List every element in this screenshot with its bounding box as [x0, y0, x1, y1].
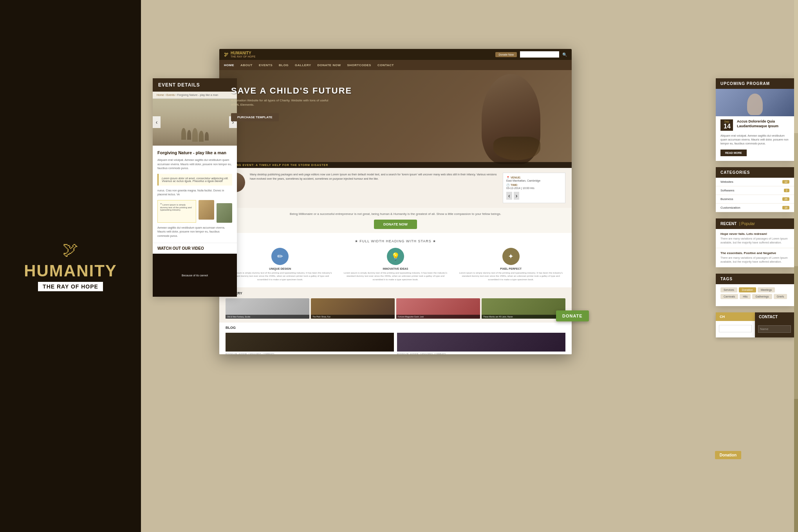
nav-events[interactable]: EVENTS — [259, 63, 273, 67]
gallery-section: GALLERY Old & New Fantasy, Excite The Pi… — [219, 287, 572, 323]
prev-arrow[interactable]: ‹ — [506, 192, 512, 200]
panel-body-text3: Aenean sagittis dui vestibulum quam accu… — [157, 226, 232, 238]
nav-donate[interactable]: DONATE NOW — [318, 63, 341, 67]
gallery-item-2[interactable]: The Pitch Show, Fun — [311, 298, 395, 319]
feature-pixel-perfect: ✦ PIXEL PERFECT Lorem ipsum is simply du… — [456, 248, 565, 281]
tag-hits[interactable]: Hits — [740, 294, 751, 299]
upcoming-event-bar: UPCOMING EVENT: A TIMELY HELP FOR THE ST… — [219, 162, 572, 168]
hero-content: SAVE A CHILD'S FUTURE A Donation Website… — [219, 70, 572, 137]
contact-panel: CONTACT — [755, 312, 794, 337]
side-bar-2 — [794, 133, 798, 266]
contact-name-input[interactable] — [758, 325, 791, 333]
blog-section: BLOG POSTED ON AUTHOR CATEGORIES COMMENT… — [219, 323, 572, 354]
popular-tab[interactable]: | Popular — [739, 222, 755, 226]
person-thumbnail — [199, 200, 214, 220]
donate-floating-button[interactable]: DONATE — [556, 310, 589, 321]
gallery-caption-4: These Monks are 45 Lister, Raisin — [482, 315, 565, 319]
site-logo-bird: 🕊 — [224, 52, 228, 57]
speaker-silhouette — [747, 94, 763, 115]
recent-title-2[interactable]: The essentials. Positive and Negative — [720, 251, 789, 255]
cat-websites[interactable]: Websites 12 — [716, 178, 794, 186]
recent-item-1: Hope never fails. Lets redream! There ar… — [716, 229, 794, 248]
time-value: 03-12-2014 | 10:00 Hrs — [506, 187, 562, 189]
gallery-item-4[interactable]: These Monks are 45 Lister, Raisin — [482, 298, 565, 319]
unique-design-icon: ✏ — [271, 248, 289, 265]
blog-img-1 — [226, 333, 394, 352]
tag-meetings[interactable]: Meetings — [758, 287, 775, 292]
upcoming-event-title: Accus Doloreride Quia Laudantiumeaque Ip… — [737, 119, 789, 128]
tag-gatherings[interactable]: Gatherings — [752, 294, 772, 299]
side-bar-1 — [794, 0, 798, 133]
recent-desc-2: There are many variations of passages of… — [720, 256, 789, 264]
side-accent-bars — [794, 0, 798, 532]
gallery-item-3[interactable]: Fortune Magazine Gosh, Lest — [396, 298, 480, 319]
gallery-item-1[interactable]: Old & New Fantasy, Excite — [226, 298, 309, 319]
donate-now-button[interactable]: DONATE NOW — [374, 220, 417, 229]
panel-quote: Lorem ipsum dolor sit amet, consectetur … — [157, 174, 232, 186]
search-panel-header: CH — [716, 312, 755, 321]
video-thumbnail[interactable]: Because of its cannot — [153, 254, 237, 297]
nav-blog[interactable]: BLOG — [279, 63, 289, 67]
date-day: 14 — [724, 123, 730, 130]
breadcrumb-events[interactable]: Events — [166, 94, 175, 96]
cat-count-business: 26 — [782, 197, 789, 201]
tag-donation[interactable]: Donation — [739, 287, 756, 292]
cat-count-customization: 18 — [782, 206, 789, 209]
next-arrow[interactable]: › — [514, 192, 520, 200]
cat-customization[interactable]: Customization 18 — [716, 204, 794, 212]
tags-header: TAGS — [716, 274, 794, 284]
event-text: Many desktop publishing packages and web… — [250, 173, 498, 181]
main-area: 🕊 HUMANITY THE RAY OF HOPE Donate Now 🔍 … — [141, 0, 798, 532]
event-venue-box: 📍 VENUE: East Manhattan, Cambridge 🕐 TIM… — [503, 173, 565, 203]
gallery-caption-1: Old & New Fantasy, Excite — [226, 315, 309, 319]
nav-about[interactable]: ABOUT — [240, 63, 253, 67]
features-grid: ✏ UNIQUE DESIGN Lorem ipsum is simply du… — [226, 248, 565, 281]
blog-grid: POSTED ON AUTHOR CATEGORIES COMMENTS POS… — [226, 333, 565, 354]
read-more-button[interactable]: READ MORE — [720, 150, 747, 156]
topbar-donate-button[interactable]: Donate Now — [495, 52, 517, 57]
topbar-search-input[interactable] — [520, 51, 559, 58]
breadcrumb-home[interactable]: Home — [157, 94, 164, 96]
donation-tag[interactable]: Donation — [715, 451, 741, 459]
tag-carnivals[interactable]: Carnivals — [720, 294, 738, 299]
video-overlay-text: Because of its cannot — [179, 271, 211, 280]
feature-desc-2: Lorem ipsum is simply dummy text of the … — [341, 271, 450, 281]
topbar-right: Donate Now 🔍 — [495, 51, 567, 58]
nav-contact[interactable]: CONTACT — [377, 63, 394, 67]
blog-img-2 — [397, 333, 565, 352]
gallery-grid: Old & New Fantasy, Excite The Pitch Show… — [226, 298, 565, 319]
contact-input-area — [755, 321, 794, 337]
innovative-ideas-icon: 💡 — [387, 248, 404, 265]
upcoming-img-bg — [716, 89, 794, 116]
purchase-template-button[interactable]: PURCHASE TEMPLATE — [231, 113, 279, 121]
feature-unique-design: ✏ UNIQUE DESIGN Lorem ipsum is simply du… — [226, 248, 335, 281]
site-topbar: 🕊 HUMANITY THE RAY OF HOPE Donate Now 🔍 — [219, 49, 572, 60]
nav-home[interactable]: HOME — [224, 63, 234, 67]
panel-lorem-block: ❝ Lorem ipsum is simply dummy text of th… — [157, 200, 232, 223]
tag-services[interactable]: Services — [720, 287, 737, 292]
categories-section: CATEGORIES Websites 12 Softwares 2 Busin… — [716, 167, 794, 212]
gallery-caption-2: The Pitch Show, Fun — [311, 315, 395, 319]
feature-innovative-ideas: 💡 INNOVATIVE IDEAS Lorem ipsum is simply… — [341, 248, 450, 281]
tags-section: TAGS Services Donation Meetings Carnival… — [716, 274, 794, 306]
features-section: ★ FULL WIDTH HEADING WITH STARS ★ ✏ UNIQ… — [219, 233, 572, 287]
nav-gallery[interactable]: GALLERY — [295, 63, 311, 67]
nav-shortcodes[interactable]: SHORTCODES — [347, 63, 371, 67]
panel-body: Forgiving Nature - play like a man Aliqu… — [153, 146, 237, 243]
upcoming-date-badge: Sep 14 Accus Doloreride Quia Laudantiume… — [716, 116, 794, 134]
blog-item-1: POSTED ON AUTHOR CATEGORIES COMMENTS — [226, 333, 394, 354]
upcoming-program-section: UPCOMING PROGRAM Sep 14 Accus Doloreride… — [716, 78, 794, 161]
search-input[interactable] — [719, 325, 752, 332]
upcoming-program-header: UPCOMING PROGRAM — [716, 78, 794, 89]
recent-title-1[interactable]: Hope never fails. Lets redream! — [720, 232, 789, 236]
logo-title: HUMANITY — [24, 261, 117, 280]
humanity-text: Being Millionaire or a successful entrep… — [227, 212, 564, 216]
hero-child-legs — [493, 137, 540, 160]
tag-griefs[interactable]: Griefs — [774, 294, 787, 299]
carousel-prev[interactable]: ‹ — [153, 116, 161, 128]
venue-label: 📍 VENUE: — [506, 176, 562, 179]
cat-business[interactable]: Business 26 — [716, 195, 794, 204]
search-icon[interactable]: 🔍 — [562, 52, 567, 57]
cat-softwares[interactable]: Softwares 2 — [716, 186, 794, 195]
recent-item-2: The essentials. Positive and Negative Th… — [716, 248, 794, 267]
